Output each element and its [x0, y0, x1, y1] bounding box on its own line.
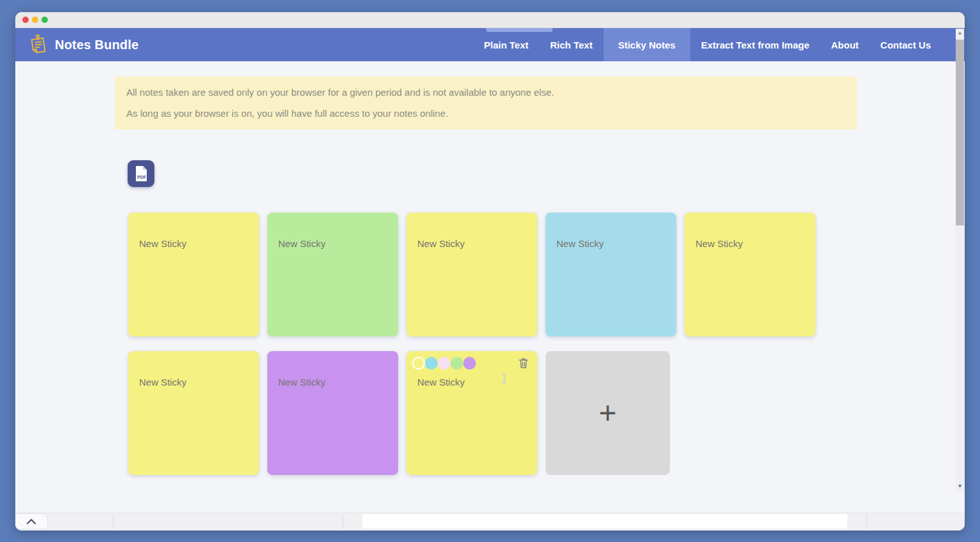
window-titlebar [15, 12, 965, 28]
navbar: Notes Bundle Plain Text Rich Text Sticky… [15, 28, 965, 61]
scrollbar-thumb[interactable] [956, 40, 964, 225]
nav-item-plain-text[interactable]: Plain Text [473, 28, 540, 61]
color-swatch-blue[interactable] [425, 357, 438, 370]
pdf-file-icon: PDF [134, 165, 148, 182]
sticky-note[interactable]: New Sticky [128, 351, 259, 475]
nav-item-contact-us[interactable]: Contact Us [870, 28, 942, 61]
scroll-top-tab[interactable] [15, 513, 48, 529]
sticky-note[interactable]: New Sticky [406, 213, 537, 336]
notes-logo-icon [27, 33, 48, 56]
chevron-up-icon [26, 518, 36, 525]
footer-input-strip [362, 514, 847, 529]
note-text: New Sticky [139, 377, 186, 388]
sticky-note[interactable]: New Sticky [685, 213, 815, 336]
note-text: New Sticky [695, 238, 743, 249]
nav-item-rich-text[interactable]: Rich Text [539, 28, 603, 61]
nav-menu: Plain Text Rich Text Sticky Notes Extrac… [473, 28, 942, 61]
sticky-note[interactable]: New Sticky [267, 213, 398, 336]
sticky-note-active[interactable]: New Sticky [406, 351, 537, 475]
brand-title: Notes Bundle [55, 38, 138, 52]
color-swatch-pink[interactable] [438, 357, 450, 370]
color-swatch-row [412, 357, 476, 370]
scroll-down-arrow-icon[interactable]: ▼ [956, 483, 964, 489]
note-text: New Sticky [278, 377, 325, 388]
note-text: New Sticky [417, 238, 464, 249]
add-note-button[interactable]: + [546, 351, 670, 475]
close-window-button[interactable] [22, 17, 29, 23]
scroll-up-arrow-icon[interactable]: ▲ [956, 30, 964, 36]
nav-item-extract-text[interactable]: Extract Text from Image [690, 28, 820, 61]
minimize-window-button[interactable] [32, 17, 38, 23]
sticky-notes-grid: New Sticky New Sticky New Sticky New Sti… [128, 213, 815, 475]
color-swatch-yellow[interactable] [412, 357, 425, 370]
vertical-scrollbar[interactable]: ▲ ▼ [956, 29, 964, 492]
brand[interactable]: Notes Bundle [27, 33, 138, 56]
footer-divider [866, 515, 867, 529]
note-text: New Sticky [139, 238, 186, 249]
export-pdf-button[interactable]: PDF [128, 160, 154, 187]
banner-line-1: All notes taken are saved only on your b… [126, 86, 845, 99]
nav-highlight-fragment [486, 28, 553, 32]
maximize-window-button[interactable] [41, 17, 48, 23]
bottom-bar [15, 513, 965, 531]
sticky-note[interactable]: New Sticky [267, 351, 398, 475]
browser-window: Notes Bundle Plain Text Rich Text Sticky… [15, 12, 965, 531]
nav-item-about[interactable]: About [820, 28, 869, 61]
sticky-note[interactable]: New Sticky [546, 213, 676, 336]
note-text: New Sticky [556, 238, 604, 249]
plus-icon: + [598, 398, 616, 428]
footer-divider [343, 515, 343, 529]
delete-note-icon[interactable] [518, 358, 529, 369]
banner-line-2: As long as your browser is on, you will … [126, 107, 845, 120]
color-swatch-purple[interactable] [463, 357, 476, 370]
sticky-note[interactable]: New Sticky [128, 213, 259, 336]
note-text: New Sticky [417, 377, 464, 388]
note-text: New Sticky [278, 238, 325, 249]
color-swatch-green[interactable] [450, 357, 463, 370]
footer-divider [113, 515, 114, 529]
info-banner: All notes taken are saved only on your b… [115, 77, 857, 130]
text-cursor-pointer [501, 373, 508, 384]
svg-text:PDF: PDF [137, 175, 147, 179]
nav-item-sticky-notes[interactable]: Sticky Notes [604, 28, 690, 61]
